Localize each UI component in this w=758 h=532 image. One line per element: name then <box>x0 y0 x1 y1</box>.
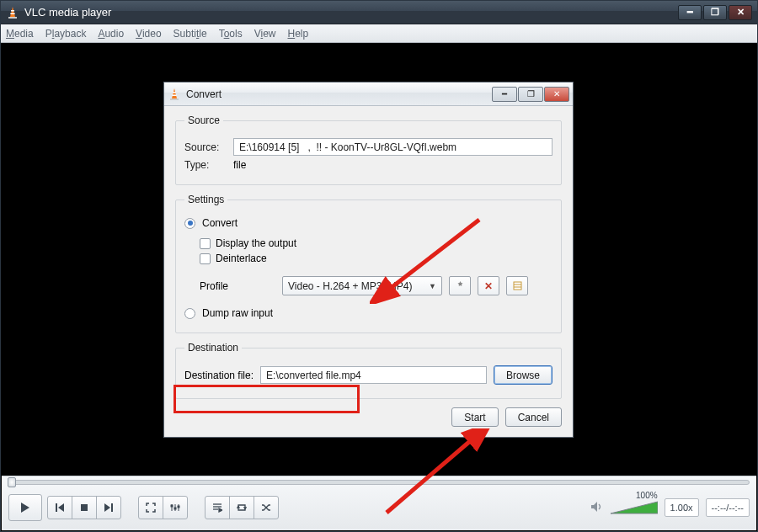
chevron-down-icon: ▼ <box>429 282 436 290</box>
profile-value: Video - H.264 + MP3 (MP4) <box>288 280 413 292</box>
next-button[interactable] <box>96 496 121 519</box>
prev-button[interactable] <box>47 496 72 519</box>
dialog-titlebar[interactable]: Convert ━ ❐ ✕ <box>164 82 573 106</box>
menu-subtitle[interactable]: Subtitle <box>173 28 207 40</box>
source-label: Source: <box>184 141 227 153</box>
speaker-icon[interactable] <box>590 501 604 515</box>
settings-group: Settings Convert Display the output Dein… <box>175 194 562 333</box>
svg-marker-22 <box>591 502 597 512</box>
loop-button[interactable] <box>229 496 254 519</box>
svg-rect-27 <box>172 94 176 96</box>
dump-raw-label: Dump raw input <box>202 307 273 319</box>
profile-label: Profile <box>200 280 275 292</box>
svg-rect-2 <box>11 10 14 12</box>
source-group: Source Source: Type: file <box>175 114 562 185</box>
type-label: Type: <box>184 159 227 171</box>
shuffle-button[interactable] <box>254 496 279 519</box>
menu-tools[interactable]: Tools <box>219 28 243 40</box>
destination-legend: Destination <box>184 342 242 354</box>
svg-rect-1 <box>8 17 17 19</box>
seek-bar[interactable] <box>2 476 756 488</box>
display-output-label: Display the output <box>216 237 296 249</box>
menu-help[interactable]: Help <box>287 28 308 40</box>
menu-audio[interactable]: Audio <box>98 28 124 40</box>
svg-rect-7 <box>81 504 88 511</box>
svg-marker-4 <box>21 503 29 513</box>
vlc-main-window: VLC media player ━ ❐ ✕ Media Playback Au… <box>0 0 758 532</box>
svg-rect-14 <box>174 508 176 509</box>
svg-rect-28 <box>514 282 521 290</box>
main-close-button[interactable]: ✕ <box>729 5 752 20</box>
svg-marker-20 <box>238 507 239 508</box>
main-menubar: Media Playback Audio Video Subtitle Tool… <box>1 24 757 43</box>
svg-marker-19 <box>219 508 222 512</box>
menu-playback[interactable]: Playback <box>45 28 87 40</box>
destination-group: Destination Destination file: Browse <box>175 342 562 399</box>
svg-marker-8 <box>104 503 110 512</box>
volume-label: 100% <box>636 491 658 500</box>
vlc-cone-icon <box>6 6 19 19</box>
menu-view[interactable]: View <box>254 28 276 40</box>
dialog-close-button[interactable]: ✕ <box>544 87 569 102</box>
menu-media[interactable]: Media <box>6 28 34 40</box>
edit-profile-button[interactable] <box>449 276 471 295</box>
playback-rate[interactable]: 1.00x <box>665 498 699 517</box>
deinterlace-checkbox[interactable] <box>200 253 211 264</box>
convert-radio-label: Convert <box>202 217 238 229</box>
cancel-button[interactable]: Cancel <box>505 407 562 427</box>
dialog-title: Convert <box>186 88 222 100</box>
svg-marker-6 <box>58 503 64 512</box>
stop-button[interactable] <box>72 496 97 519</box>
main-titlebar[interactable]: VLC media player ━ ❐ ✕ <box>1 1 757 24</box>
menu-video[interactable]: Video <box>136 28 161 40</box>
vlc-cone-icon <box>168 88 181 101</box>
browse-button[interactable]: Browse <box>494 365 552 385</box>
settings-legend: Settings <box>184 194 227 205</box>
player-controls: 100% 1.00x --:--/--:-- <box>2 476 756 530</box>
svg-marker-21 <box>244 508 246 509</box>
convert-dialog: Convert ━ ❐ ✕ Source Source: Type: file <box>163 82 574 438</box>
svg-rect-15 <box>178 506 179 508</box>
playlist-button[interactable] <box>205 496 230 519</box>
dialog-maximize-button[interactable]: ❐ <box>518 87 543 102</box>
main-maximize-button[interactable]: ❐ <box>703 5 727 20</box>
main-title: VLC media player <box>24 6 111 19</box>
time-display: --:--/--:-- <box>706 498 750 517</box>
svg-marker-0 <box>10 7 15 17</box>
deinterlace-label: Deinterlace <box>216 253 267 264</box>
convert-radio[interactable] <box>184 218 195 229</box>
svg-rect-9 <box>111 503 113 512</box>
svg-marker-24 <box>172 88 177 98</box>
destination-label: Destination file: <box>184 370 254 381</box>
display-output-checkbox[interactable] <box>200 238 211 249</box>
destination-input[interactable] <box>260 366 487 384</box>
source-input[interactable] <box>233 138 552 156</box>
new-profile-button[interactable] <box>506 276 528 295</box>
svg-marker-23 <box>611 502 658 513</box>
delete-profile-button[interactable]: ✕ <box>478 276 499 295</box>
svg-rect-26 <box>173 92 176 93</box>
dialog-minimize-button[interactable]: ━ <box>492 87 517 102</box>
main-minimize-button[interactable]: ━ <box>678 5 702 20</box>
start-button[interactable]: Start <box>451 407 498 427</box>
svg-rect-13 <box>171 505 173 507</box>
fullscreen-button[interactable] <box>138 496 163 519</box>
ext-settings-button[interactable] <box>163 496 188 519</box>
seek-thumb[interactable] <box>8 477 16 487</box>
play-button[interactable] <box>8 494 42 521</box>
source-legend: Source <box>184 114 223 126</box>
profile-select[interactable]: Video - H.264 + MP3 (MP4) ▼ <box>282 276 442 295</box>
volume-slider[interactable]: 100% <box>611 500 658 515</box>
svg-rect-3 <box>10 13 14 14</box>
svg-rect-25 <box>170 98 179 100</box>
svg-rect-5 <box>56 503 57 512</box>
dump-raw-radio[interactable] <box>184 308 195 319</box>
type-value: file <box>233 159 246 171</box>
